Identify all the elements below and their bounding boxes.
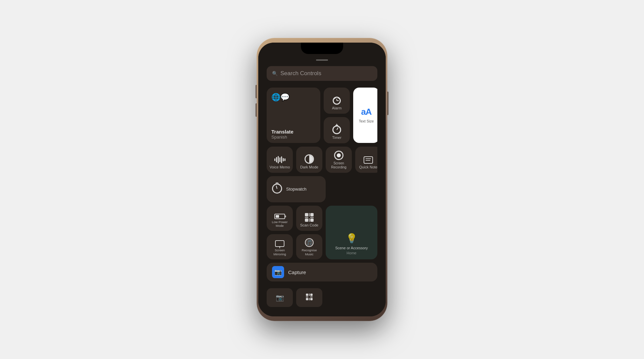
- voice-memo-label: Voice Memo: [270, 165, 290, 169]
- screen-recording-control[interactable]: Screen Recording: [326, 147, 352, 173]
- low-power-control[interactable]: Low Power Mode: [267, 206, 293, 231]
- controls-grid: 🌐💬 Translate Spanish: [267, 88, 377, 316]
- quick-note-label: Quick Note: [359, 165, 377, 169]
- vol-up-button[interactable]: [256, 85, 257, 98]
- row-3: Stopwatch: [267, 176, 377, 202]
- translate-label: Translate Spanish: [271, 129, 293, 140]
- dark-mode-label: Dark Mode: [300, 165, 318, 169]
- row-2: Voice Memo Dark Mode Screen Recording: [267, 147, 377, 173]
- scan-code-label: Scan Code: [300, 223, 318, 227]
- timer-icon: [332, 125, 341, 134]
- drag-handle: [316, 59, 328, 61]
- search-bar[interactable]: 🔍 Search Controls: [267, 66, 377, 81]
- stopwatch-control[interactable]: Stopwatch: [267, 176, 326, 202]
- screen-mirroring-label: Screen Mirroring: [269, 248, 290, 256]
- scan-code-icon: [305, 213, 314, 222]
- quick-note-icon: [364, 156, 373, 164]
- search-icon: 🔍: [272, 71, 278, 76]
- quick-note-control[interactable]: Quick Note: [355, 147, 377, 173]
- screen-mirroring-control[interactable]: Screen Mirroring: [267, 234, 293, 259]
- timer-control[interactable]: Timer: [324, 117, 350, 143]
- stopwatch-icon: [272, 184, 282, 194]
- alarm-icon: [332, 96, 341, 105]
- alarm-control[interactable]: Alarm: [324, 88, 350, 114]
- scene-accessory-label: Scene or Accessory: [335, 246, 368, 250]
- screen-recording-label: Screen Recording: [328, 161, 349, 169]
- dark-mode-icon: [305, 154, 314, 164]
- low-power-label: Low Power Mode: [269, 220, 290, 227]
- row-4: Low Power Mode Screen Mirroring: [267, 206, 377, 259]
- translate-icon: 🌐💬: [271, 93, 289, 102]
- timer-label: Timer: [332, 136, 341, 140]
- capture-control[interactable]: 📷 Capture: [267, 263, 377, 281]
- bottom-icons-row: 📷: [267, 288, 377, 307]
- bulb-icon: 💡: [346, 233, 358, 244]
- screen-mirroring-icon: [275, 240, 284, 247]
- stopwatch-label: Stopwatch: [286, 187, 307, 192]
- alarm-label: Alarm: [332, 106, 342, 110]
- text-size-icon: aA: [361, 107, 371, 117]
- voice-memo-control[interactable]: Voice Memo: [267, 147, 293, 173]
- search-placeholder: Search Controls: [280, 70, 321, 77]
- notch: [301, 43, 343, 54]
- home-scene-control[interactable]: 💡 Scene or Accessory Home: [326, 206, 377, 259]
- bottom-icon-1[interactable]: 📷: [267, 288, 293, 307]
- capture-label: Capture: [288, 269, 306, 275]
- scan-code-control[interactable]: Scan Code: [296, 206, 322, 231]
- text-size-label: Text Size: [359, 119, 374, 123]
- voice-memo-icon: [274, 156, 285, 164]
- bottom-scan-icon: [306, 294, 313, 300]
- bottom-icon-2[interactable]: [296, 288, 322, 307]
- recognise-music-control[interactable]: 🎵 Recognise Music: [296, 234, 322, 259]
- row-1: 🌐💬 Translate Spanish: [267, 88, 377, 143]
- home-section-label: Home: [346, 251, 356, 255]
- dark-mode-control[interactable]: Dark Mode: [296, 147, 322, 173]
- text-size-control[interactable]: aA Text Size: [353, 88, 377, 143]
- recognise-music-icon: 🎵: [305, 238, 314, 247]
- alarm-timer-column: Alarm Timer: [324, 88, 350, 143]
- screen-recording-icon: [334, 151, 343, 160]
- recognise-music-label: Recognise Music: [299, 248, 320, 256]
- phone-frame: 🔍 Search Controls 🌐💬 Translate Spanish: [257, 38, 387, 321]
- screen-content: 🔍 Search Controls 🌐💬 Translate Spanish: [258, 43, 386, 316]
- vol-down-button[interactable]: [256, 103, 257, 117]
- power-button[interactable]: [387, 92, 388, 115]
- capture-icon: 📷: [272, 266, 284, 278]
- translate-control[interactable]: 🌐💬 Translate Spanish: [267, 88, 320, 143]
- phone-screen: 🔍 Search Controls 🌐💬 Translate Spanish: [258, 43, 386, 316]
- low-power-icon: [274, 214, 285, 219]
